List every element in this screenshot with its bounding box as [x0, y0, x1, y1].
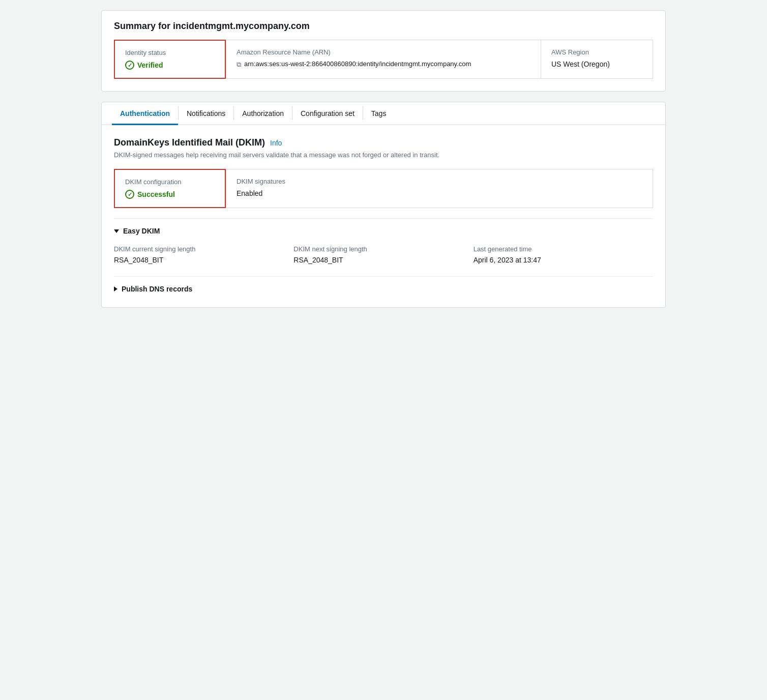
tab-tags[interactable]: Tags	[363, 102, 395, 125]
next-signing-label: DKIM next signing length	[293, 245, 453, 253]
copy-icon[interactable]: ⧉	[237, 61, 241, 69]
dkim-config-cell: DKIM configuration ✓ Successful	[114, 169, 226, 208]
tab-authorization[interactable]: Authorization	[234, 102, 292, 125]
tabs-section: Authentication Notifications Authorizati…	[101, 102, 666, 308]
region-cell: AWS Region US West (Oregon)	[541, 40, 653, 79]
easy-dkim-label: Easy DKIM	[123, 227, 160, 235]
publish-dns-toggle[interactable]: Publish DNS records	[114, 285, 653, 293]
dkim-signatures-cell: DKIM signatures Enabled	[226, 169, 653, 208]
identity-status-value: ✓ Verified	[125, 61, 215, 70]
dkim-signatures-label: DKIM signatures	[237, 178, 642, 185]
easy-dkim-section: Easy DKIM DKIM current signing length RS…	[114, 218, 653, 266]
easy-dkim-toggle[interactable]: Easy DKIM	[114, 227, 653, 235]
dkim-description: DKIM-signed messages help receiving mail…	[114, 151, 653, 159]
chevron-right-icon	[114, 286, 117, 291]
arn-value: arn:aws:ses:us-west-2:866400860890:ident…	[244, 60, 471, 68]
summary-grid: Identity status ✓ Verified Amazon Resour…	[114, 40, 653, 79]
dkim-status-grid: DKIM configuration ✓ Successful DKIM sig…	[114, 169, 653, 208]
region-value: US West (Oregon)	[551, 60, 642, 68]
current-signing-value: RSA_2048_BIT	[114, 256, 273, 264]
dkim-section: DomainKeys Identified Mail (DKIM) Info D…	[102, 125, 665, 307]
publish-dns-section: Publish DNS records	[114, 276, 653, 295]
chevron-down-icon	[114, 229, 119, 233]
check-circle-dkim-icon: ✓	[125, 190, 134, 199]
last-generated-value: April 6, 2023 at 13:47	[474, 256, 633, 264]
summary-card: Summary for incidentmgmt.mycompany.com I…	[101, 10, 666, 92]
arn-container: ⧉ arn:aws:ses:us-west-2:866400860890:ide…	[237, 60, 530, 69]
arn-label: Amazon Resource Name (ARN)	[237, 48, 530, 56]
dkim-header-row: DomainKeys Identified Mail (DKIM) Info	[114, 137, 653, 148]
tab-configuration-set[interactable]: Configuration set	[292, 102, 363, 125]
dkim-title: DomainKeys Identified Mail (DKIM)	[114, 137, 265, 148]
arn-cell: Amazon Resource Name (ARN) ⧉ arn:aws:ses…	[226, 40, 541, 79]
tab-notifications[interactable]: Notifications	[179, 102, 233, 125]
summary-title: Summary for incidentmgmt.mycompany.com	[114, 21, 653, 32]
last-generated-cell: Last generated time April 6, 2023 at 13:…	[474, 243, 653, 266]
tabs-header: Authentication Notifications Authorizati…	[102, 102, 665, 125]
region-label: AWS Region	[551, 48, 642, 56]
signing-grid: DKIM current signing length RSA_2048_BIT…	[114, 243, 653, 266]
tab-authentication[interactable]: Authentication	[112, 102, 178, 125]
dkim-config-value: ✓ Successful	[125, 190, 215, 199]
identity-status-label: Identity status	[125, 49, 215, 56]
last-generated-label: Last generated time	[474, 245, 633, 253]
identity-status-cell: Identity status ✓ Verified	[114, 40, 226, 79]
current-signing-label: DKIM current signing length	[114, 245, 273, 253]
publish-dns-label: Publish DNS records	[122, 285, 192, 293]
info-link[interactable]: Info	[270, 139, 282, 147]
dkim-signatures-value: Enabled	[237, 189, 642, 197]
dkim-config-label: DKIM configuration	[125, 178, 215, 186]
next-signing-value: RSA_2048_BIT	[293, 256, 453, 264]
check-circle-icon: ✓	[125, 61, 134, 70]
current-signing-cell: DKIM current signing length RSA_2048_BIT	[114, 243, 293, 266]
next-signing-cell: DKIM next signing length RSA_2048_BIT	[293, 243, 473, 266]
